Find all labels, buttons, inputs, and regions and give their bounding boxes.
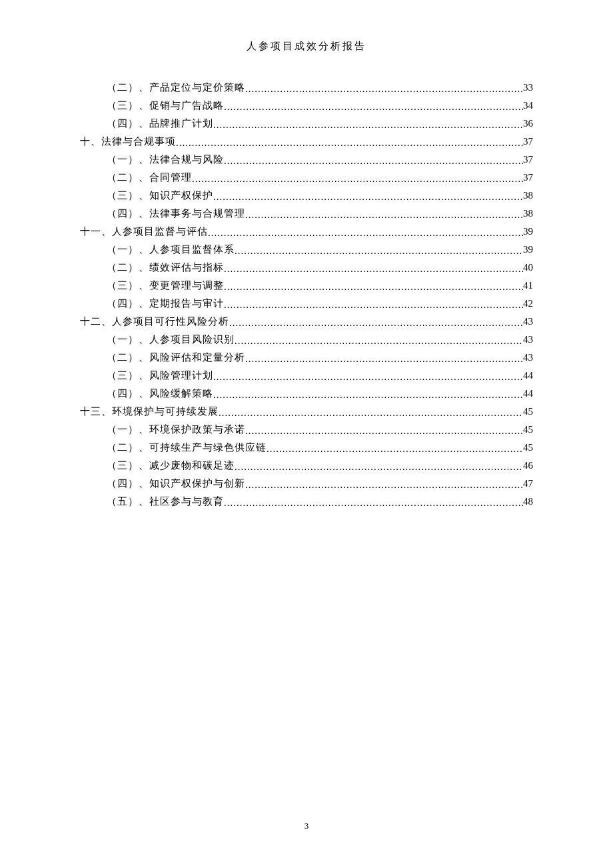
toc-entry-label: （三）、知识产权保护	[107, 191, 213, 201]
toc-entry: （二）、产品定位与定价策略...........................…	[80, 83, 533, 93]
toc-entry: （二）、可持续生产与绿色供应链.........................…	[80, 443, 533, 453]
toc-entry-page: 42	[523, 299, 533, 309]
toc-entry-label: （五）、社区参与与教育	[107, 497, 224, 507]
toc-leader-dots: ........................................…	[224, 300, 523, 310]
toc-leader-dots: ........................................…	[235, 336, 523, 346]
toc-entry-label: （三）、促销与广告战略	[107, 101, 224, 111]
toc-entry: （三）、减少废物和碳足迹............................…	[80, 461, 533, 471]
toc-entry: （四）、品牌推广计划..............................…	[80, 119, 533, 129]
toc-entry-label: （三）、减少废物和碳足迹	[107, 461, 235, 471]
toc-leader-dots: ........................................…	[219, 408, 523, 418]
toc-leader-dots: ........................................…	[245, 84, 523, 94]
toc-entry: 十、法律与合规事项...............................…	[80, 137, 533, 147]
toc-entry-label: （四）、法律事务与合规管理	[107, 209, 245, 219]
toc-entry-page: 43	[523, 353, 533, 363]
toc-entry: （五）、社区参与与教育.............................…	[80, 497, 533, 507]
toc-leader-dots: ........................................…	[245, 426, 523, 436]
toc-entry-label: （二）、风险评估和定量分析	[107, 353, 245, 363]
toc-leader-dots: ........................................…	[245, 210, 523, 220]
toc-entry: （三）、风险管理计划..............................…	[80, 371, 533, 381]
toc-leader-dots: ........................................…	[267, 444, 523, 454]
toc-entry-label: 十一、人参项目监督与评估	[80, 227, 208, 237]
toc-leader-dots: ........................................…	[245, 354, 523, 364]
toc-entry: （二）、合同管理................................…	[80, 173, 533, 183]
toc-entry-label: （二）、可持续生产与绿色供应链	[107, 443, 267, 453]
toc-entry-label: 十二、人参项目可行性风险分析	[80, 317, 229, 327]
toc-entry: （四）、风险缓解策略..............................…	[80, 389, 533, 399]
toc-entry-label: （一）、人参项目监督体系	[107, 245, 235, 255]
toc-entry: （一）、人参项目监督体系............................…	[80, 245, 533, 255]
page-header-title: 人参项目成效分析报告	[80, 40, 533, 53]
toc-entry-label: （四）、品牌推广计划	[107, 119, 213, 129]
toc-entry-label: （四）、知识产权保护与创新	[107, 479, 245, 489]
toc-leader-dots: ........................................…	[224, 264, 523, 274]
toc-entry: （一）、环境保护政策与承诺...........................…	[80, 425, 533, 435]
toc-entry-page: 45	[523, 407, 533, 417]
toc-entry-page: 37	[523, 155, 533, 165]
toc-entry-page: 44	[523, 389, 533, 399]
toc-entry-page: 37	[523, 137, 533, 147]
toc-leader-dots: ........................................…	[229, 318, 523, 328]
toc-entry: 十二、人参项目可行性风险分析..........................…	[80, 317, 533, 327]
page-number: 3	[0, 821, 613, 831]
toc-entry-page: 46	[523, 461, 533, 471]
toc-entry-label: （一）、环境保护政策与承诺	[107, 425, 245, 435]
toc-entry-label: （一）、法律合规与风险	[107, 155, 224, 165]
toc-leader-dots: ........................................…	[224, 156, 523, 166]
toc-leader-dots: ........................................…	[213, 192, 523, 202]
table-of-contents: （二）、产品定位与定价策略...........................…	[80, 83, 533, 507]
toc-entry-page: 39	[523, 245, 533, 255]
toc-entry: （四）、法律事务与合规管理...........................…	[80, 209, 533, 219]
toc-entry: （二）、风险评估和定量分析...........................…	[80, 353, 533, 363]
toc-entry-page: 34	[523, 101, 533, 111]
toc-leader-dots: ........................................…	[213, 372, 523, 382]
toc-entry-page: 37	[523, 173, 533, 183]
toc-entry-page: 45	[523, 443, 533, 453]
toc-entry-page: 38	[523, 191, 533, 201]
toc-leader-dots: ........................................…	[213, 390, 523, 400]
toc-entry-label: （三）、风险管理计划	[107, 371, 213, 381]
toc-entry-label: （四）、定期报告与审计	[107, 299, 224, 309]
toc-entry-page: 41	[523, 281, 533, 291]
toc-entry: （三）、促销与广告战略.............................…	[80, 101, 533, 111]
toc-entry-page: 36	[523, 119, 533, 129]
toc-entry: （四）、知识产权保护与创新...........................…	[80, 479, 533, 489]
toc-entry: （三）、知识产权保护..............................…	[80, 191, 533, 201]
toc-entry-page: 43	[523, 335, 533, 345]
toc-entry-label: （二）、合同管理	[107, 173, 192, 183]
toc-entry-page: 45	[523, 425, 533, 435]
toc-entry-label: 十三、环境保护与可持续发展	[80, 407, 219, 417]
toc-entry-label: 十、法律与合规事项	[80, 137, 176, 147]
toc-leader-dots: ........................................…	[192, 174, 523, 184]
toc-leader-dots: ........................................…	[235, 246, 523, 256]
toc-entry-label: （一）、人参项目风险识别	[107, 335, 235, 345]
toc-leader-dots: ........................................…	[176, 138, 523, 148]
toc-entry: 十三、环境保护与可持续发展...........................…	[80, 407, 533, 417]
toc-entry-page: 43	[523, 317, 533, 327]
toc-entry-label: （二）、绩效评估与指标	[107, 263, 224, 273]
toc-leader-dots: ........................................…	[245, 480, 523, 490]
toc-leader-dots: ........................................…	[235, 462, 523, 472]
toc-entry-page: 38	[523, 209, 533, 219]
toc-leader-dots: ........................................…	[224, 282, 523, 292]
toc-entry: （一）、法律合规与风险.............................…	[80, 155, 533, 165]
toc-entry-page: 47	[523, 479, 533, 489]
toc-entry-page: 48	[523, 497, 533, 507]
toc-entry-page: 33	[523, 83, 533, 93]
toc-entry: （二）、绩效评估与指标.............................…	[80, 263, 533, 273]
toc-entry: （四）、定期报告与审计.............................…	[80, 299, 533, 309]
toc-leader-dots: ........................................…	[224, 102, 523, 112]
toc-leader-dots: ........................................…	[208, 228, 523, 238]
toc-leader-dots: ........................................…	[224, 498, 523, 508]
toc-entry-label: （二）、产品定位与定价策略	[107, 83, 245, 93]
toc-entry-page: 44	[523, 371, 533, 381]
toc-entry: （一）、人参项目风险识别............................…	[80, 335, 533, 345]
toc-leader-dots: ........................................…	[213, 120, 523, 130]
toc-entry-label: （三）、变更管理与调整	[107, 281, 224, 291]
toc-entry-page: 39	[523, 227, 533, 237]
toc-entry: （三）、变更管理与调整.............................…	[80, 281, 533, 291]
toc-entry-page: 40	[523, 263, 533, 273]
toc-entry-label: （四）、风险缓解策略	[107, 389, 213, 399]
toc-entry: 十一、人参项目监督与评估............................…	[80, 227, 533, 237]
